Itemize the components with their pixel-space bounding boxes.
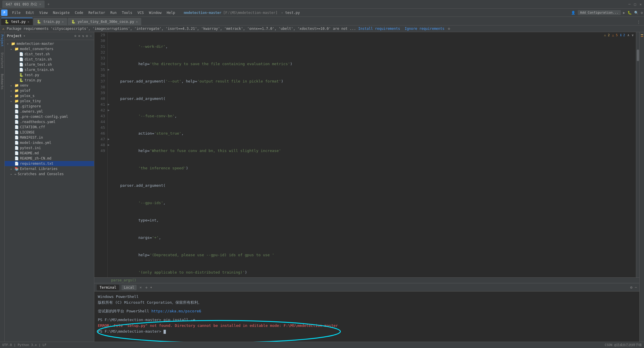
model-index-label: model-index.yml [20,141,51,145]
tree-readme[interactable]: 📄 README.md [5,151,94,156]
local-tab[interactable]: Local [122,285,137,290]
title-tab[interactable]: 647 691 093 办公 × [2,1,45,8]
bookmarks-panel-toggle[interactable]: Bookmarks [1,74,4,89]
tree-license[interactable]: 📄 LICENSE [5,130,94,135]
dist-train-label: dist_train.sh [25,57,52,61]
menu-file[interactable]: File [10,10,23,16]
ignore-requirements-link[interactable]: Ignore requirements [405,27,444,31]
tree-pytest[interactable]: 📄 pytest.ini [5,145,94,151]
panel-icon-1[interactable]: ⊕ [74,34,76,38]
right-error-indicator [641,36,643,37]
maximize-button[interactable]: □ [634,2,636,6]
tree-precommit[interactable]: 📄 .pre-commit-config.yaml [5,114,94,119]
search-icon[interactable]: 🔍 [634,11,639,15]
tree-dist-train-sh[interactable]: 📄 dist_train.sh [5,57,94,62]
tree-yolox-s[interactable]: ▸ 📁 yolox_s [5,93,94,98]
run-button[interactable]: ▶ [623,11,625,15]
tabs-overflow-icon[interactable]: ⋮ [634,19,643,25]
tree-gitignore[interactable]: 📄 .gitignore [5,104,94,109]
title-tab-close[interactable]: × [39,2,41,6]
terminal-settings-icon[interactable]: ⚙ [630,285,632,290]
terminal-chevron[interactable]: ▾ [150,285,152,290]
tree-model-converters[interactable]: ▸ 📁 model_converters [5,46,94,52]
tree-yolox-tiny[interactable]: ▸ 📁 yolox_tiny [5,98,94,104]
panel-icon-3[interactable]: ⇅ [82,34,84,38]
tree-readme-zh[interactable]: 📄 README_zh-CN.md [5,156,94,161]
yolof-label: yolof [20,89,30,93]
tree-train-py[interactable]: 🐍 train.py [5,78,94,83]
minimize-button[interactable]: ─ [628,2,630,6]
tree-test-py[interactable]: 🐍 test.py [5,72,94,78]
root-folder-icon: 📁 [11,42,15,46]
menu-code[interactable]: Code [73,10,86,16]
add-terminal-button[interactable]: + [145,285,148,290]
panel-icon-4[interactable]: ⚙ [86,34,88,38]
tree-slurm-test-sh[interactable]: 📄 slurm_test.sh [5,62,94,67]
add-configuration-button[interactable]: Add Configuration... [578,10,621,15]
close-button[interactable]: ✕ [640,2,642,6]
menu-run[interactable]: Run [108,10,119,16]
panel-icon-2[interactable]: ≡ [78,34,80,38]
terminal-try-line: 尝试新的跨平台 PowerShell https://aka.ms/pscore… [98,308,636,314]
terminal-minimize-icon[interactable]: − [635,285,637,290]
info-count: ℹ 2 [620,33,625,37]
app-logo: P [1,10,8,16]
menu-tools[interactable]: Tools [120,10,135,16]
yolof-folder-icon: 📁 [14,89,19,93]
nav-down-icon[interactable]: ∨ [632,33,634,37]
tree-venv[interactable]: ▸ 📁 venv [5,83,94,88]
settings-icon[interactable]: ⚙ [641,11,643,15]
owners-icon: 📄 [14,109,19,113]
structure-panel-toggle[interactable]: Structure [1,52,4,68]
terminal-error-line: ERROR: File "setup.py" not found. Direct… [98,323,636,329]
menu-edit[interactable]: Edit [23,10,36,16]
tree-model-index[interactable]: 📄 model-index.yml [5,140,94,145]
menu-vcs[interactable]: VCS [135,10,146,16]
tab-yolox-py-close[interactable]: × [136,20,138,24]
code-footer: parse_args() [94,277,639,283]
tree-manifest[interactable]: 📄 MANIFEST.in [5,135,94,140]
scrollbar-thumb[interactable] [637,50,639,61]
terminal-controls: ⚙ − [630,285,637,290]
tree-root[interactable]: ▾ 📁 mmdetection-master [5,41,94,46]
tab-train-py[interactable]: 🐍 train.py × [33,18,67,25]
tree-yolof[interactable]: ▸ 📁 yolof [5,88,94,93]
pscore6-link[interactable]: https://aka.ms/pscore6 [151,309,201,313]
terminal-panel: Terminal Local × + ▾ ⚙ − Windows PowerSh… [94,283,639,347]
nav-up-icon[interactable]: ∧ [628,33,630,37]
install-requirements-link[interactable]: Install requirements [358,27,400,31]
menu-view[interactable]: View [37,10,50,16]
tab-test-py-label: 🐍 test.py [5,20,26,24]
panel-dropdown-icon[interactable]: ▾ [23,34,25,38]
menu-help[interactable]: Help [164,10,177,16]
menu-refactor[interactable]: Refactor [86,10,107,16]
license-label: LICENSE [20,130,35,134]
tree-external-libraries[interactable]: ▸ 📚 External Libraries [5,166,94,171]
tree-owners-yml[interactable]: 📄 .owners.yml [5,109,94,114]
tree-slurm-train-sh[interactable]: 📄 slurm_train.sh [5,67,94,72]
new-tab-button[interactable]: + [47,2,49,6]
tree-citation[interactable]: 📄 CITATION.cff [5,124,94,130]
mc-folder-icon: 📁 [14,47,19,51]
tab-train-py-close[interactable]: × [62,20,64,24]
vertical-scrollbar[interactable] [636,32,639,277]
tab-test-py-close[interactable]: × [27,20,30,24]
scratches-label: Scratches and Consoles [18,172,64,176]
terminal-tab[interactable]: Terminal [97,285,119,290]
panel-header: Project ▾ ⊕ ≡ ⇅ ⚙ − [5,32,94,40]
tab-test-py[interactable]: 🐍 test.py × [1,18,33,25]
tab-yolox-py[interactable]: 🐍 yolox_tiny_8x8_300e_coco.py × [68,18,141,25]
tree-scratches-consoles[interactable]: ▸ ✏ Scratches and Consoles [5,171,94,177]
tree-readthedocs[interactable]: 📄 .readthedocs.yaml [5,119,94,124]
user-icon[interactable]: 👤 [571,11,575,15]
tree-requirements-txt[interactable]: 📄 requirements.txt [5,161,94,166]
warning-settings-icon[interactable]: ⚙ [448,27,450,31]
terminal-content[interactable]: Windows PowerShell 版权所有 (C) Microsoft Co… [94,292,639,347]
menu-window[interactable]: Window [147,10,164,16]
local-tab-close[interactable]: × [140,285,142,290]
panel-icon-5[interactable]: − [90,34,92,38]
menu-navigate[interactable]: Navigate [51,10,72,16]
project-panel-toggle[interactable]: Project [1,34,4,47]
debug-button[interactable]: 🐛 [628,11,632,15]
tree-dist-test-sh[interactable]: 📄 dist_test.sh [5,52,94,57]
